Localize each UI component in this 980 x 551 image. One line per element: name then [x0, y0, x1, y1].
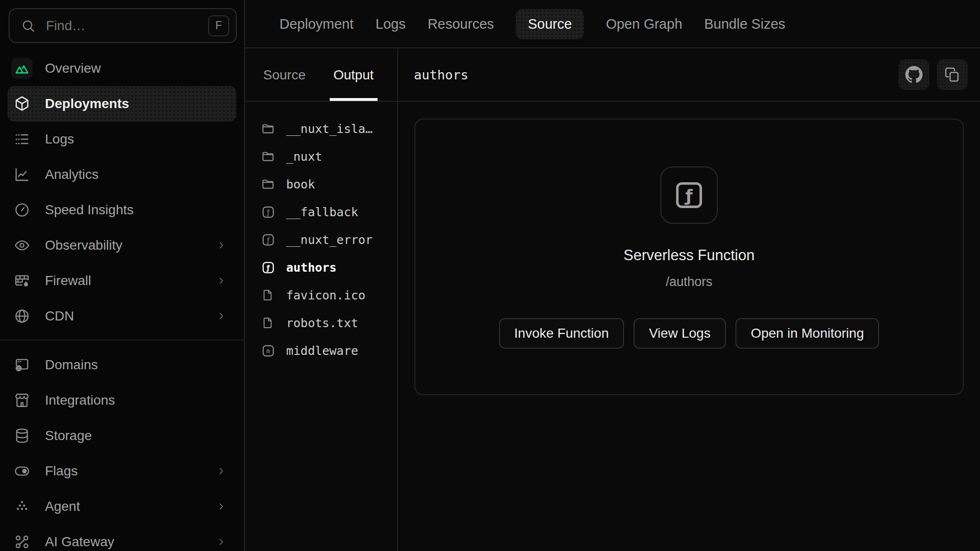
- tree-item-name: robots.txt: [286, 316, 358, 330]
- copy-button[interactable]: [937, 59, 968, 90]
- source-panel-header: Source Output authors: [245, 49, 980, 101]
- tree-item-function[interactable]: ƒ __nuxt_error: [245, 226, 397, 253]
- tree-item-name: __nuxt_error: [286, 233, 373, 247]
- github-icon: [905, 66, 923, 83]
- tree-item-name: middleware: [286, 344, 358, 358]
- github-button[interactable]: [899, 59, 929, 90]
- open-in-monitoring-button[interactable]: Open in Monitoring: [735, 318, 880, 349]
- invoke-function-button[interactable]: Invoke Function: [499, 318, 624, 349]
- chevron-right-icon: [216, 276, 226, 286]
- sidebar-item-speed-insights[interactable]: Speed Insights: [8, 192, 236, 228]
- tree-item-folder[interactable]: book: [245, 170, 397, 198]
- function-file-icon: ƒ: [260, 260, 276, 275]
- sidebar-item-analytics[interactable]: Analytics: [8, 157, 236, 192]
- tab-logs[interactable]: Logs: [376, 16, 406, 32]
- folder-icon: [260, 149, 276, 164]
- folder-icon: [260, 121, 276, 136]
- source-output-tabs: Source Output: [245, 49, 374, 101]
- tree-item-function[interactable]: ƒ __fallback: [245, 198, 397, 226]
- view-logs-button[interactable]: View Logs: [634, 318, 726, 349]
- chevron-right-icon: [216, 466, 226, 476]
- sidebar-item-flags[interactable]: Flags: [8, 453, 236, 489]
- nodes-icon: [11, 531, 33, 551]
- tree-item-file[interactable]: favicon.ico: [245, 281, 397, 309]
- sidebar-item-domains[interactable]: Domains: [8, 347, 236, 383]
- tab-source[interactable]: Source: [516, 9, 584, 39]
- sidebar-item-label: Integrations: [45, 393, 115, 408]
- svg-text:ƒ: ƒ: [266, 263, 270, 271]
- tree-item-folder[interactable]: __nuxt_isla…: [245, 115, 397, 143]
- tree-item-name: authors: [286, 261, 336, 275]
- tree-item-middleware[interactable]: m middleware: [245, 337, 397, 364]
- subtab-output[interactable]: Output: [334, 49, 374, 101]
- tree-item-name: __nuxt_isla…: [286, 122, 373, 136]
- sidebar-item-label: Speed Insights: [45, 202, 134, 218]
- log-list-icon: [11, 129, 33, 150]
- tab-deployment[interactable]: Deployment: [279, 16, 354, 32]
- tab-open-graph[interactable]: Open Graph: [606, 16, 682, 32]
- serverless-function-icon: ƒ: [660, 166, 718, 224]
- sidebar-item-label: Firewall: [45, 273, 91, 288]
- storefront-icon: [11, 390, 33, 411]
- search-input[interactable]: [45, 18, 200, 34]
- sidebar-item-storage[interactable]: Storage: [8, 418, 236, 453]
- sidebar-item-cdn[interactable]: CDN: [8, 298, 236, 334]
- search-shortcut-key: F: [208, 15, 229, 36]
- selected-file-path: authors: [414, 49, 468, 101]
- sidebar-item-ai-gateway[interactable]: AI Gateway: [8, 524, 236, 551]
- chevron-right-icon: [216, 502, 226, 511]
- eye-icon: [11, 235, 33, 256]
- filetree-divider: [397, 49, 398, 551]
- sidebar-nav: Overview Deployments Logs Analytics Spee: [0, 51, 244, 551]
- copy-icon: [944, 66, 961, 83]
- subtab-source[interactable]: Source: [263, 49, 306, 101]
- function-file-icon: ƒ: [260, 232, 276, 247]
- database-icon: [11, 425, 33, 446]
- file-icon: [260, 287, 276, 303]
- tree-item-file[interactable]: robots.txt: [245, 309, 397, 337]
- sidebar-item-overview[interactable]: Overview: [8, 51, 236, 86]
- search-icon: [20, 18, 36, 34]
- agent-dots-icon: [11, 496, 33, 517]
- chevron-right-icon: [216, 311, 226, 321]
- sidebar-item-agent[interactable]: Agent: [8, 489, 236, 524]
- tab-resources[interactable]: Resources: [428, 16, 494, 32]
- function-actions: Invoke Function View Logs Open in Monito…: [415, 318, 963, 349]
- sidebar-item-observability[interactable]: Observability: [8, 228, 236, 263]
- chevron-right-icon: [216, 241, 226, 250]
- sidebar-item-label: Domains: [45, 357, 98, 373]
- middleware-file-icon: m: [260, 343, 276, 358]
- sidebar-item-logs[interactable]: Logs: [8, 121, 236, 157]
- chart-icon: [11, 164, 33, 185]
- tree-item-name: favicon.ico: [286, 288, 366, 302]
- folder-icon: [260, 176, 276, 192]
- sidebar-item-firewall[interactable]: Firewall: [8, 263, 236, 298]
- sidebar-item-label: Agent: [45, 499, 80, 514]
- chevron-right-icon: [216, 537, 226, 547]
- tree-item-name: __fallback: [286, 205, 358, 219]
- search-box[interactable]: F: [9, 8, 237, 43]
- sidebar-item-integrations[interactable]: Integrations: [8, 383, 236, 418]
- function-title: Serverless Function: [415, 247, 963, 264]
- tree-item-folder[interactable]: _nuxt: [245, 143, 397, 170]
- tree-item-name: book: [286, 177, 315, 191]
- file-icon: [260, 315, 276, 331]
- header-bottom-divider: [245, 101, 980, 102]
- sidebar-item-deployments[interactable]: Deployments: [8, 86, 236, 121]
- tree-item-function-selected[interactable]: ƒ authors: [245, 253, 397, 281]
- deployment-tab-bar: Deployment Logs Resources Source Open Gr…: [245, 0, 980, 48]
- sidebar-item-label: CDN: [45, 309, 74, 324]
- sidebar-section-divider: [0, 340, 244, 341]
- project-logo-icon: [11, 58, 33, 79]
- topnav-divider: [245, 47, 980, 48]
- cube-icon: [11, 93, 33, 114]
- sidebar-item-label: Flags: [45, 463, 78, 479]
- sidebar-item-label: Storage: [45, 428, 92, 443]
- tab-bundle-sizes[interactable]: Bundle Sizes: [704, 16, 785, 32]
- sidebar-item-label: Overview: [45, 61, 101, 76]
- toggle-icon: [11, 461, 33, 482]
- function-path: /authors: [415, 275, 963, 289]
- sidebar-item-label: Logs: [45, 132, 74, 147]
- svg-text:ƒ: ƒ: [685, 186, 693, 205]
- sidebar-item-label: Observability: [45, 238, 122, 253]
